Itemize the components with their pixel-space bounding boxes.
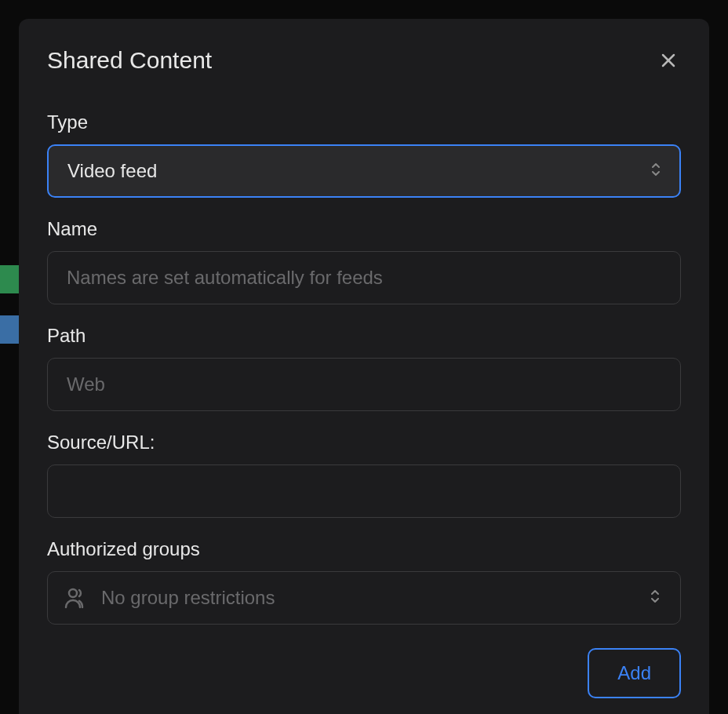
close-icon: [659, 51, 678, 70]
groups-label: Authorized groups: [47, 538, 681, 560]
type-field-group: Type Video feed: [47, 111, 681, 198]
users-icon: [64, 585, 89, 610]
shared-content-modal: Shared Content Type Video feed Name: [19, 19, 709, 714]
path-field-group: Path: [47, 325, 681, 411]
modal-header: Shared Content: [47, 47, 681, 74]
name-field-group: Name: [47, 218, 681, 304]
type-select[interactable]: Video feed: [47, 144, 681, 198]
source-label: Source/URL:: [47, 432, 681, 454]
type-label: Type: [47, 111, 681, 133]
groups-select-placeholder: No group restrictions: [101, 587, 275, 609]
name-label: Name: [47, 218, 681, 240]
source-field-group: Source/URL:: [47, 432, 681, 518]
groups-select[interactable]: No group restrictions: [47, 571, 681, 625]
source-input[interactable]: [47, 464, 681, 518]
type-select-wrapper: Video feed: [47, 144, 681, 198]
add-button[interactable]: Add: [588, 648, 681, 698]
close-button[interactable]: [656, 48, 681, 73]
path-label: Path: [47, 325, 681, 347]
svg-point-2: [69, 589, 77, 597]
modal-footer: Add: [47, 648, 681, 698]
type-select-value: Video feed: [67, 160, 157, 182]
name-input[interactable]: [47, 251, 681, 304]
groups-field-group: Authorized groups No group restrictions: [47, 538, 681, 625]
chevron-up-down-icon: [649, 588, 661, 607]
modal-title: Shared Content: [47, 47, 212, 74]
path-input[interactable]: [47, 358, 681, 411]
